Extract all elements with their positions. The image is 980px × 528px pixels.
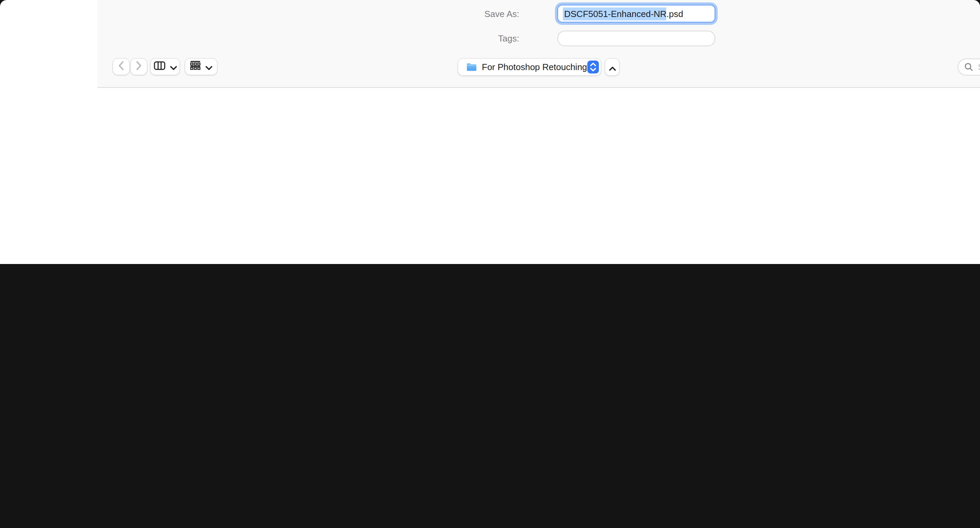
search-field[interactable]: [958, 59, 980, 76]
collapse-button[interactable]: [605, 59, 619, 76]
search-icon: [964, 63, 973, 72]
group-view-button[interactable]: [185, 59, 217, 75]
folder-popup-button[interactable]: For Photoshop Retouching: [458, 59, 601, 76]
back-button[interactable]: [113, 59, 129, 75]
save-dialog: Save As: DSCF5051-Enhanced-NR.psd Tags: …: [0, 0, 980, 264]
filename-input[interactable]: DSCF5051-Enhanced-NR.psd: [557, 5, 715, 22]
group-view-icon: [190, 60, 201, 73]
filename-extension: .psd: [667, 8, 683, 19]
column-view-icon: [153, 60, 165, 73]
search-input[interactable]: [977, 61, 980, 73]
folder-icon: [466, 63, 477, 72]
filename-selected-text: DSCF5051-Enhanced-NR: [563, 7, 667, 20]
folder-popup-value: For Photoshop Retouching: [482, 62, 587, 72]
chevron-down-icon: [170, 60, 177, 73]
tags-label: Tags:: [397, 33, 519, 43]
forward-chevron-icon: [136, 60, 142, 73]
screen: Save As: DSCF5051-Enhanced-NR.psd Tags: …: [0, 0, 980, 264]
forward-button[interactable]: [130, 59, 147, 75]
file-browser: [97, 87, 980, 264]
chevron-down-icon: [205, 60, 212, 73]
save-as-label: Save As:: [397, 9, 519, 19]
chevron-up-icon: [609, 61, 616, 73]
tags-input[interactable]: [557, 30, 715, 46]
stepper-icon: [587, 60, 599, 73]
column-view-button[interactable]: [150, 59, 180, 75]
back-chevron-icon: [118, 60, 124, 73]
dialog-header: Save As: DSCF5051-Enhanced-NR.psd Tags: …: [97, 0, 980, 87]
